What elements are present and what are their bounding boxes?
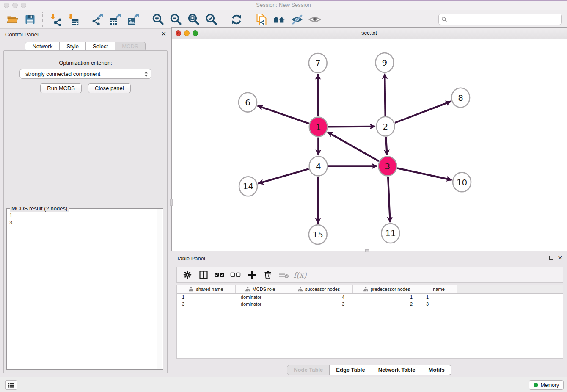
graph-node-10[interactable]: 10: [453, 172, 471, 192]
table-row[interactable]: 1dominator411: [177, 294, 563, 301]
network-window-titlebar[interactable]: ✕ – + scc.txt: [172, 28, 567, 39]
optimization-criterion-select[interactable]: strongly connected component: [19, 69, 151, 79]
table-row[interactable]: 3dominator323: [177, 301, 563, 307]
export-image-icon: [127, 13, 140, 26]
edge-3-10[interactable]: [397, 168, 452, 180]
graph-node-7[interactable]: 7: [309, 53, 327, 73]
mcds-result-text[interactable]: 13: [9, 210, 157, 368]
graph-node-3[interactable]: 3: [378, 156, 396, 176]
edge-1-7[interactable]: [318, 74, 318, 116]
graph-node-9[interactable]: 9: [375, 53, 394, 72]
zoom-fit-icon: [187, 13, 201, 26]
deselect-all-columns-button[interactable]: [228, 268, 243, 282]
mcds-result-group: MCDS result (2 nodes) 13: [6, 208, 163, 370]
float-table-panel-icon[interactable]: [549, 256, 553, 260]
export-image-button[interactable]: [126, 12, 141, 27]
cell-predecessor-nodes[interactable]: 2: [353, 301, 421, 306]
graph-node-6[interactable]: 6: [239, 93, 257, 112]
tab-mcds[interactable]: MCDS: [115, 42, 145, 51]
column-label: name: [433, 287, 445, 292]
zoom-in-button[interactable]: [151, 12, 166, 27]
trash-icon: [263, 270, 273, 280]
zoom-selected-button[interactable]: [204, 12, 219, 27]
edge-3-1[interactable]: [328, 132, 379, 161]
cell-predecessor-nodes[interactable]: 1: [353, 295, 421, 300]
column-header-shared-name[interactable]: shared name: [177, 285, 236, 293]
cell-successor-nodes[interactable]: 3: [285, 301, 353, 306]
search-input[interactable]: [447, 16, 561, 22]
split-view-icon: [198, 270, 209, 280]
edge-2-3[interactable]: [386, 137, 387, 155]
import-network-button[interactable]: [47, 12, 63, 27]
tab-edge-table[interactable]: Edge Table: [330, 365, 372, 375]
edge-4-14[interactable]: [258, 169, 308, 184]
graph-node-4[interactable]: 4: [309, 156, 328, 176]
add-row-button[interactable]: [245, 268, 259, 282]
graph-node-8[interactable]: 8: [451, 88, 470, 108]
column-header-MCDS-role[interactable]: MCDS role: [236, 285, 285, 293]
cell-shared-name[interactable]: 1: [177, 295, 236, 300]
horizontal-splitter-handle[interactable]: [365, 249, 369, 252]
graph-node-2[interactable]: 2: [376, 117, 394, 136]
cell-name[interactable]: 1: [421, 295, 457, 300]
tab-network[interactable]: Network: [25, 42, 60, 51]
table-settings-button[interactable]: [180, 268, 195, 282]
close-panel-button[interactable]: Close panel: [88, 83, 131, 93]
table-tabs: Node TableEdge TableNetwork TableMotifs: [171, 365, 567, 375]
toolbar-separator: [249, 12, 249, 27]
zoom-out-button[interactable]: [168, 12, 184, 27]
vertical-splitter-handle[interactable]: [170, 199, 173, 206]
home-button[interactable]: [272, 12, 287, 27]
edge-1-2[interactable]: [328, 127, 375, 127]
result-scrollbar[interactable]: [157, 209, 162, 369]
refresh-button[interactable]: [229, 12, 244, 27]
cell-shared-name[interactable]: 3: [177, 301, 236, 306]
tab-node-table[interactable]: Node Table: [287, 365, 330, 375]
optimization-criterion-label: Optimization criterion:: [4, 60, 167, 66]
graph-node-14[interactable]: 14: [239, 177, 257, 196]
edge-2-9[interactable]: [385, 74, 385, 116]
graph-node-11[interactable]: 11: [381, 224, 399, 243]
tab-select[interactable]: Select: [86, 42, 115, 51]
run-mcds-button[interactable]: Run MCDS: [40, 83, 82, 93]
column-header-name[interactable]: name: [421, 285, 457, 293]
edge-1-6[interactable]: [258, 106, 309, 124]
close-table-panel-icon[interactable]: ✕: [557, 256, 563, 260]
cell-successor-nodes[interactable]: 4: [285, 295, 353, 300]
graph-node-15[interactable]: 15: [309, 225, 327, 244]
zoom-fit-button[interactable]: [186, 12, 201, 27]
open-button[interactable]: [5, 12, 20, 27]
memory-button[interactable]: Memory: [529, 380, 564, 390]
edge-2-8[interactable]: [395, 102, 451, 123]
delete-row-button[interactable]: [261, 268, 275, 282]
column-header-predecessor-nodes[interactable]: predecessor nodes: [353, 285, 421, 293]
new-network-from-selection-button[interactable]: [254, 12, 269, 27]
edge-3-11[interactable]: [388, 177, 390, 222]
task-history-button[interactable]: [5, 380, 17, 390]
node-table[interactable]: shared nameMCDS rolesuccessor nodesprede…: [176, 285, 563, 359]
tab-style[interactable]: Style: [60, 42, 86, 51]
cell-MCDS-role[interactable]: dominator: [236, 301, 285, 306]
edge-4-15[interactable]: [318, 177, 318, 224]
cell-name[interactable]: 3: [421, 301, 457, 306]
network-canvas[interactable]: 7968124314101511: [172, 39, 567, 251]
tab-network-table[interactable]: Network Table: [372, 365, 422, 375]
export-table-button[interactable]: [108, 12, 123, 27]
select-all-columns-button[interactable]: [212, 268, 227, 282]
save-floppy-icon: [24, 14, 36, 25]
import-table-button[interactable]: [65, 12, 80, 27]
column-header-successor-nodes[interactable]: successor nodes: [285, 285, 353, 293]
import-table-icon: [66, 13, 79, 26]
tab-motifs[interactable]: Motifs: [422, 365, 451, 375]
graph-node-1[interactable]: 1: [309, 117, 328, 137]
close-panel-icon[interactable]: ✕: [161, 32, 166, 36]
fx-icon: f(x): [294, 271, 307, 279]
hide-selected-button[interactable]: [289, 12, 305, 27]
save-button[interactable]: [22, 12, 38, 27]
network-graph[interactable]: 7968124314101511: [172, 39, 567, 251]
table-split-view-button[interactable]: [196, 268, 211, 282]
float-panel-icon[interactable]: [153, 32, 157, 36]
cell-MCDS-role[interactable]: dominator: [236, 295, 285, 300]
export-network-button[interactable]: [90, 12, 105, 27]
toolbar-separator: [146, 12, 146, 27]
